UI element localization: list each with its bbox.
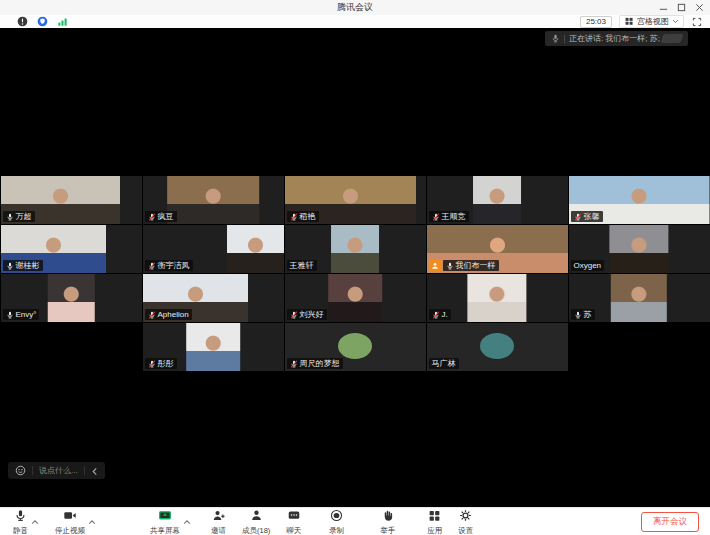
participant-label: 我们布一样 [429,260,499,271]
participant-label: 苏 [571,309,595,320]
participant-tile[interactable]: 彤彤 [143,323,284,371]
toolbar-mic-button[interactable]: 静音 [13,508,39,535]
layout-view-button[interactable]: 宫格视图 [619,15,684,28]
toolbar-camera-button[interactable]: 停止视频 [55,508,96,535]
participant-video [331,225,379,273]
mic-on-icon [574,311,582,319]
bottom-toolbar: 静音停止视频共享屏幕邀请成员(18)聊天录制举手应用设置离开会议 [0,507,710,535]
participant-name: 王雅轩 [290,260,314,271]
participant-name: 刘兴好 [300,309,324,320]
toolbar-hand-button[interactable]: 举手 [380,508,395,535]
emoji-icon[interactable] [15,462,26,480]
toolbar-label: 设置 [458,527,473,535]
participant-label: 周尺的梦想 [287,358,343,369]
chevron-up-icon[interactable] [31,519,39,525]
participant-name: 衡宇洁凤 [158,260,190,271]
info-icon[interactable] [17,16,28,27]
shield-icon[interactable] [37,16,48,27]
toolbar-invite-button[interactable]: 邀请 [211,508,226,535]
mic-on-icon [6,213,14,221]
mic-muted-icon [148,213,156,221]
participant-avatar [338,333,372,359]
title-bar: 腾讯会议 [0,0,710,15]
toolbar-label: 静音 [13,527,28,535]
participant-tile[interactable]: 王顺竞 [427,176,568,224]
grid-row: Envy°Aphelion刘兴好J.苏 [0,274,710,322]
members-icon [250,508,263,526]
toolbar-members-button[interactable]: 成员(18) [242,508,270,535]
participant-tile[interactable]: 刘兴好 [285,274,426,322]
participant-label: 疯豆 [145,211,177,222]
hand-icon [381,508,394,526]
network-quality-icon[interactable] [57,16,68,27]
mic-muted-icon [290,360,298,368]
mic-muted-icon [290,311,298,319]
fullscreen-icon[interactable] [692,17,702,27]
minimize-button[interactable] [654,0,672,15]
participant-name: J. [442,309,448,320]
grid-row: 彤彤周尺的梦想马广林 [0,323,710,371]
toolbar-apps-button[interactable]: 应用 [427,508,442,535]
participant-tile[interactable]: 周尺的梦想 [285,323,426,371]
participant-tile[interactable]: 王雅轩 [285,225,426,273]
participant-video [167,176,259,224]
toolbar-label: 成员(18) [242,527,270,535]
chat-input[interactable]: 说点什么... [39,465,78,476]
participant-tile[interactable]: 谢桂彬 [1,225,142,273]
participant-label: 王雅轩 [287,260,317,271]
gear-icon [459,508,472,526]
collapse-chat-icon[interactable] [91,462,98,480]
screen-icon [158,508,172,526]
participant-video [473,176,521,224]
participant-tile[interactable]: 马广林 [427,323,568,371]
participant-name: 稻艳 [300,211,316,222]
toolbar-label: 停止视频 [55,527,85,535]
participant-label: Oxygen [571,260,605,271]
mic-on-icon [6,311,14,319]
participant-tile[interactable]: 张馨 [569,176,710,224]
chevron-up-icon[interactable] [88,519,96,525]
toolbar-chat-button[interactable]: 聊天 [286,508,301,535]
participant-video [328,274,382,322]
participant-label: 张馨 [571,211,603,222]
participant-label: 马广林 [429,358,459,369]
grid-row: 万超疯豆稻艳王顺竞张馨 [0,176,710,224]
toolbar-screen-button[interactable]: 共享屏幕 [150,508,191,535]
participant-video [186,323,240,371]
participant-tile[interactable]: 稻艳 [285,176,426,224]
close-button[interactable] [690,0,708,15]
apps-icon [428,508,441,526]
mic-muted-icon [574,213,582,221]
participant-tile[interactable]: 万超 [1,176,142,224]
participant-tile[interactable]: 疯豆 [143,176,284,224]
grid-view-icon [624,16,634,28]
camera-icon [63,508,77,526]
participant-name: 苏 [584,309,592,320]
mic-muted-icon [148,262,156,270]
participant-label: 谢桂彬 [3,260,43,271]
video-grid: 万超疯豆稻艳王顺竞张馨谢桂彬衡宇洁凤王雅轩我们布一样OxygenEnvy°Aph… [0,176,710,372]
participant-name: 周尺的梦想 [300,358,340,369]
status-icons [17,16,68,27]
speaking-text: 正在讲话: 我们布一样; 苏; [569,33,660,44]
participant-name: 我们布一样 [456,260,496,271]
participant-tile[interactable]: 苏 [569,274,710,322]
participant-tile[interactable]: J. [427,274,568,322]
participant-tile[interactable]: Oxygen [569,225,710,273]
participant-tile[interactable]: 衡宇洁凤 [143,225,284,273]
quick-chat-bar: 说点什么... [8,462,105,479]
toolbar-record-button[interactable]: 录制 [329,508,344,535]
participant-name: 谢桂彬 [16,260,40,271]
leave-meeting-button[interactable]: 离开会议 [641,512,699,532]
grid-row: 谢桂彬衡宇洁凤王雅轩我们布一样Oxygen [0,225,710,273]
maximize-button[interactable] [672,0,690,15]
toolbar-label: 录制 [329,527,344,535]
participant-tile[interactable]: 我们布一样 [427,225,568,273]
chevron-up-icon[interactable] [183,519,191,525]
toolbar-gear-button[interactable]: 设置 [458,508,473,535]
participant-tile[interactable]: Aphelion [143,274,284,322]
participant-tile[interactable]: Envy° [1,274,142,322]
participant-video [48,274,95,322]
participant-label: 稻艳 [287,211,319,222]
meeting-top-toolbar: 25:03 宫格视图 [0,15,710,28]
